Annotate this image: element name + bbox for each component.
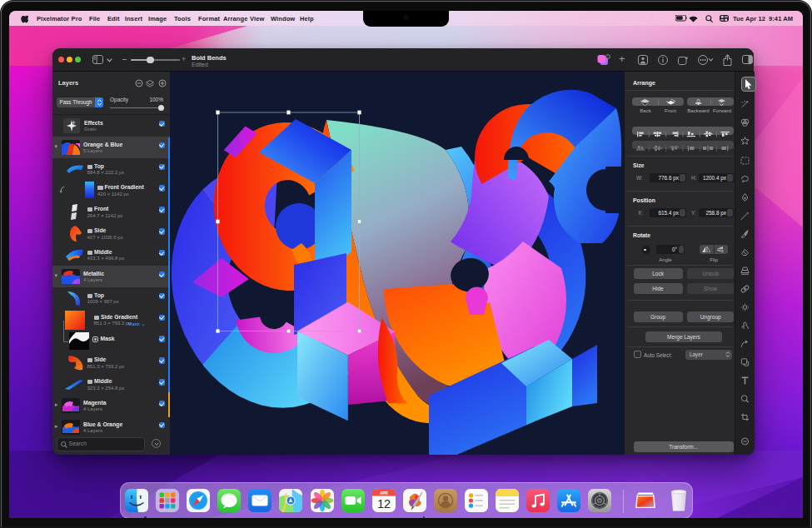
svg-text:12: 12 xyxy=(377,497,391,511)
svg-text:APR: APR xyxy=(380,491,388,495)
